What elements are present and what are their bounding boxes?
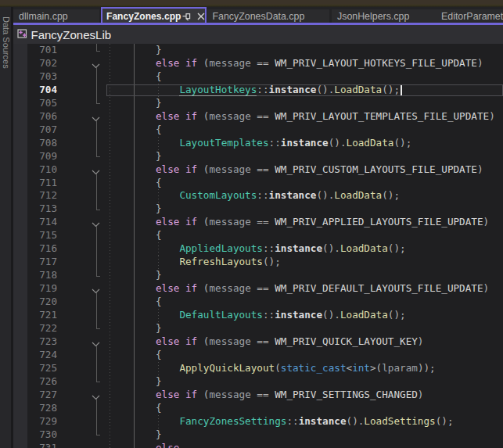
code-line-704[interactable]: 704LayoutHotkeys::instance().LoadData(); xyxy=(13,84,503,97)
window-top-strip xyxy=(0,0,503,7)
fold-line-tick xyxy=(96,328,100,329)
close-icon[interactable] xyxy=(197,13,205,20)
code-text: { xyxy=(156,402,162,415)
fold-chevron-icon[interactable] xyxy=(92,445,100,448)
code-text: RefreshLayouts(); xyxy=(179,256,280,269)
project-name[interactable]: FancyZonesLib xyxy=(31,28,112,41)
code-text: { xyxy=(156,177,162,190)
fold-line xyxy=(96,177,97,190)
code-text: } xyxy=(156,322,162,335)
code-line-730[interactable]: 730} xyxy=(13,428,503,442)
code-line-721[interactable]: 721DefaultLayouts::instance().LoadData()… xyxy=(13,309,503,322)
pin-icon[interactable] xyxy=(182,12,192,21)
fold-line-tick xyxy=(96,156,100,157)
line-number: 701 xyxy=(29,44,57,57)
code-line-703[interactable]: 703{ xyxy=(13,70,503,84)
tab-label: dllmain.cpp xyxy=(19,11,68,22)
code-line-722[interactable]: 722} xyxy=(13,322,503,335)
code-line-726[interactable]: 726} xyxy=(13,375,503,389)
code-text: } xyxy=(156,202,162,216)
navigation-bar: FancyZonesLib xyxy=(13,25,503,44)
fold-line xyxy=(96,70,97,84)
line-number: 720 xyxy=(29,296,57,309)
line-number: 730 xyxy=(29,428,57,442)
fold-line xyxy=(96,402,97,415)
fold-line xyxy=(96,362,97,375)
code-line-723[interactable]: 723else if (message == WM_PRIV_QUICK_LAY… xyxy=(13,335,503,349)
tab-JsonHelpers-cpp[interactable]: JsonHelpers.cpp xyxy=(332,9,436,23)
line-number: 719 xyxy=(29,282,57,296)
code-text: } xyxy=(156,375,162,389)
code-line-717[interactable]: 717RefreshLayouts(); xyxy=(13,256,503,269)
line-number: 727 xyxy=(29,389,57,402)
code-text: else if (message == WM_PRIV_DEFAULT_LAYO… xyxy=(156,282,489,296)
code-line-727[interactable]: 727else if (message == WM_PRIV_SETTINGS_… xyxy=(13,389,503,402)
code-line-724[interactable]: 724{ xyxy=(13,349,503,362)
code-line-702[interactable]: 702else if (message == WM_PRIV_LAYOUT_HO… xyxy=(13,57,503,70)
tab-dllmain-cpp[interactable]: dllmain.cpp xyxy=(13,9,99,23)
fold-line-tick xyxy=(96,51,100,52)
code-text: { xyxy=(156,349,162,362)
code-line-731[interactable]: 731else xyxy=(13,442,503,448)
code-text: { xyxy=(156,124,162,137)
code-line-710[interactable]: 710else if (message == WM_PRIV_CUSTOM_LA… xyxy=(13,163,503,177)
code-line-720[interactable]: 720{ xyxy=(13,296,503,309)
code-line-711[interactable]: 711{ xyxy=(13,177,503,190)
indent-guide-col8 xyxy=(158,242,159,256)
code-line-729[interactable]: 729FancyZonesSettings::instance().LoadSe… xyxy=(13,415,503,428)
document-tab-bar: dllmain.cppFancyZones.cppFancyZonesData.… xyxy=(13,7,503,24)
fold-line-tick xyxy=(96,103,100,104)
side-tool-tab-label: Data Sources xyxy=(1,16,11,69)
code-line-705[interactable]: 705} xyxy=(13,97,503,110)
code-line-708[interactable]: 708LayoutTemplates::instance().LoadData(… xyxy=(13,137,503,150)
code-text: else xyxy=(156,442,179,448)
fold-line xyxy=(96,242,97,256)
code-text: else if (message == WM_PRIV_APPLIED_LAYO… xyxy=(156,216,489,229)
side-tool-tab-data-sources[interactable]: Data Sources xyxy=(0,7,11,448)
line-number: 710 xyxy=(29,163,57,177)
fold-line xyxy=(96,256,97,269)
fold-line xyxy=(96,124,97,137)
tab-FancyZonesData-cpp[interactable]: FancyZonesData.cpp xyxy=(207,9,329,23)
tab-EditorParamete[interactable]: EditorParamete xyxy=(436,9,503,23)
indent-guide-col8 xyxy=(158,189,159,202)
fold-line-tick xyxy=(96,210,100,210)
code-line-701[interactable]: 701} xyxy=(13,44,503,57)
code-line-715[interactable]: 715{ xyxy=(13,229,503,242)
indent-guide-col8 xyxy=(158,415,159,428)
fold-line-tick xyxy=(96,276,100,277)
code-text: LayoutHotkeys::instance().LoadData(); xyxy=(179,84,400,97)
line-number: 731 xyxy=(29,442,57,448)
code-text: else if (message == WM_PRIV_CUSTOM_LAYOU… xyxy=(156,163,483,177)
code-line-728[interactable]: 728{ xyxy=(13,402,503,415)
code-line-725[interactable]: 725ApplyQuickLayout(static_cast<int>(lpa… xyxy=(13,362,503,375)
code-text: ApplyQuickLayout(static_cast<int>(lparam… xyxy=(179,362,435,375)
line-number: 707 xyxy=(29,124,57,137)
code-line-713[interactable]: 713} xyxy=(13,202,503,216)
indent-guide-col8 xyxy=(158,137,159,150)
code-text: else if (message == WM_PRIV_LAYOUT_HOTKE… xyxy=(156,57,483,70)
code-line-706[interactable]: 706else if (message == WM_PRIV_LAYOUT_TE… xyxy=(13,110,503,124)
line-number: 723 xyxy=(29,335,57,349)
code-line-709[interactable]: 709} xyxy=(13,150,503,163)
code-line-714[interactable]: 714else if (message == WM_PRIV_APPLIED_L… xyxy=(13,216,503,229)
code-line-712[interactable]: 712CustomLayouts::instance().LoadData(); xyxy=(13,189,503,202)
line-number: 702 xyxy=(29,57,57,70)
line-number: 729 xyxy=(29,415,57,428)
tab-label: FancyZonesData.cpp xyxy=(213,11,305,22)
code-text: DefaultLayouts::instance().LoadData(); xyxy=(179,309,405,322)
code-text: { xyxy=(156,229,162,242)
tab-label: JsonHelpers.cpp xyxy=(337,11,409,22)
code-line-716[interactable]: 716AppliedLayouts::instance().LoadData()… xyxy=(13,242,503,256)
code-line-718[interactable]: 718} xyxy=(13,269,503,282)
code-text: { xyxy=(156,296,162,309)
tab-FancyZones-cpp[interactable]: FancyZones.cpp xyxy=(101,7,207,23)
code-line-707[interactable]: 707{ xyxy=(13,124,503,137)
line-number: 724 xyxy=(29,349,57,362)
line-number: 714 xyxy=(29,216,57,229)
code-text: else if (message == WM_PRIV_LAYOUT_TEMPL… xyxy=(156,110,495,124)
code-text: } xyxy=(156,44,162,57)
indent-guide-col8 xyxy=(158,256,159,269)
code-line-719[interactable]: 719else if (message == WM_PRIV_DEFAULT_L… xyxy=(13,282,503,296)
code-editor[interactable]: 701}702else if (message == WM_PRIV_LAYOU… xyxy=(13,44,503,448)
